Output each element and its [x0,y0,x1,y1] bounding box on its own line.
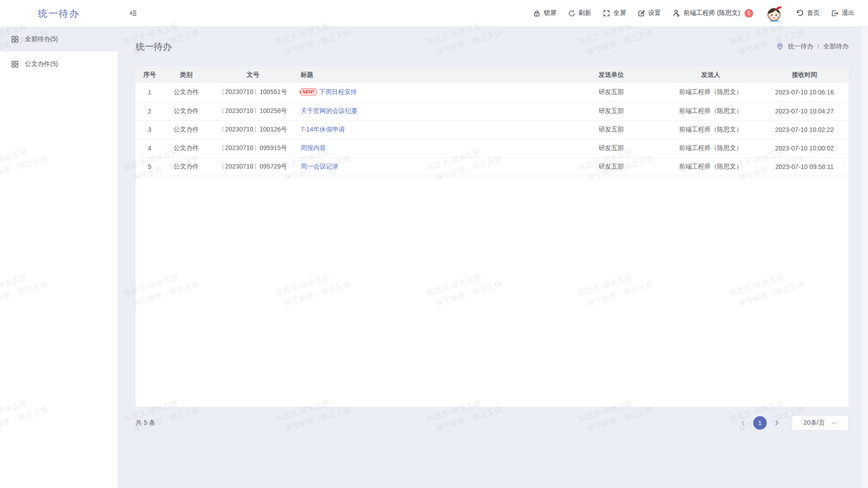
sidebar-item-label: 全部待办(5) [25,35,58,43]
home-label: 首页 [807,9,820,17]
main-content: 统一待办 统一待办 / 全部待办 序号类别文号标题发送单位发送人接收时间 1公文… [118,27,861,488]
location-pin-icon [776,42,784,51]
app-logo-title: 统一待办 [0,0,118,27]
breadcrumb-root[interactable]: 统一待办 [788,42,813,51]
table-row: 5公文办件〔20230710〕095729号周一会议记录研发五部前端工程师（陈思… [136,157,849,176]
settings-button[interactable]: 设置 [637,9,661,17]
prev-page-button[interactable] [738,416,748,430]
column-header: 类别 [164,66,209,83]
topbar-actions: 锁屏 刷新 全屏 [533,3,854,23]
logout-button[interactable]: 退出 [831,9,854,17]
logout-label: 退出 [842,9,854,17]
table-row: 2公文办件〔20230710〕100258号关于官网的会议纪要研发五部前端工程师… [136,102,849,120]
table-cell: 2 [136,102,164,120]
table-cell: 研发五部 [561,120,661,139]
fullscreen-label: 全屏 [613,9,626,17]
column-header: 文号 [209,66,297,83]
table-cell: 〔20230710〕095729号 [209,157,297,176]
table-header-row: 序号类别文号标题发送单位发送人接收时间 [136,66,849,83]
table-cell: 2023-07-10 09:58:11 [760,157,849,176]
scrollbar-track[interactable] [861,27,868,488]
table-cell: 4 [136,139,164,157]
sidebar-item-label: 公文办件(5) [25,60,58,68]
notification-badge: 5 [745,9,753,18]
column-header: 发送单位 [561,66,661,83]
settings-label: 设置 [648,9,661,17]
breadcrumb-current: 全部待办 [823,42,849,51]
fold-icon [129,9,137,17]
fullscreen-icon [603,9,610,17]
column-header: 接收时间 [760,66,849,83]
doc-title-link[interactable]: 7-14年休假申请 [301,126,345,133]
table-cell: 前端工程师（陈思文） [661,102,760,120]
table-cell: 〔20230710〕100258号 [209,102,297,120]
sidebar-item[interactable]: 公文办件(5) [0,52,118,76]
sidebar-menu: 全部待办(5)公文办件(5) [0,27,118,76]
doc-title-link[interactable]: 关于官网的会议纪要 [301,107,358,114]
todo-table-card: 序号类别文号标题发送单位发送人接收时间 1公文办件〔20230710〕10055… [136,66,849,407]
user-avatar[interactable] [764,3,784,23]
settings-icon [637,9,645,17]
page-number-button[interactable]: 1 [753,416,767,430]
table-cell: 〔20230710〕100126号 [209,120,297,139]
table-cell: 研发五部 [561,102,661,120]
table-cell: 5 [136,157,164,176]
doc-title-link[interactable]: 周报内容 [301,144,326,151]
column-header: 标题 [297,66,561,83]
logout-icon [831,9,839,17]
table-cell: 〔20230710〕095915号 [209,139,297,157]
table-cell: 前端工程师（陈思文） [661,157,760,176]
table-cell: 公文办件 [164,83,209,102]
title-cell: 周报内容 [297,139,561,157]
home-button[interactable]: 首页 [796,9,820,17]
table-row: 4公文办件〔20230710〕095915号周报内容研发五部前端工程师（陈思文）… [136,139,849,157]
page-size-value: 20条/页 [803,419,825,427]
user-name-label: 前端工程师 (陈思文) [684,9,740,17]
table-cell: 研发五部 [561,157,661,176]
table-body: 1公文办件〔20230710〕100551号NEW!下周日程安排研发五部前端工程… [136,83,849,176]
table-cell: 公文办件 [164,120,209,139]
table-row: 3公文办件〔20230710〕100126号7-14年休假申请研发五部前端工程师… [136,120,849,139]
table-cell: 前端工程师（陈思文） [661,120,760,139]
column-header: 序号 [136,66,164,83]
table-cell: 公文办件 [164,139,209,157]
doc-title-link[interactable]: 下周日程安排 [319,88,357,95]
table-cell: 2023-07-10 10:02:22 [760,120,849,139]
chevron-down-icon [831,420,837,426]
table-cell: 前端工程师（陈思文） [661,83,760,102]
sidebar: 统一待办 全部待办(5)公文办件(5) [0,0,118,488]
total-count-label: 共 5 条 [136,419,156,427]
lock-icon [533,9,541,17]
table-cell: 公文办件 [164,157,209,176]
pagination: 1 20条/页 [738,415,849,431]
table-cell: 2023-07-10 10:06:16 [760,83,849,102]
table-cell: 〔20230710〕100551号 [209,83,297,102]
table-cell: 前端工程师（陈思文） [661,139,760,157]
table-cell: 2023-07-10 10:04:27 [760,102,849,120]
sidebar-item[interactable]: 全部待办(5) [0,27,118,52]
breadcrumb: 统一待办 / 全部待办 [776,42,849,51]
collapse-sidebar-button[interactable] [129,9,137,17]
grid-icon [11,35,19,43]
page-size-select[interactable]: 20条/页 [792,415,849,431]
topbar: 锁屏 刷新 全屏 [118,0,868,27]
next-page-button[interactable] [772,416,782,430]
table-cell: 研发五部 [561,83,661,102]
lock-screen-button[interactable]: 锁屏 [533,9,557,17]
user-icon [672,9,680,17]
grid-icon [11,60,19,68]
table-cell: 3 [136,120,164,139]
table-cell: 研发五部 [561,139,661,157]
title-cell: 关于官网的会议纪要 [297,102,561,120]
table-row: 1公文办件〔20230710〕100551号NEW!下周日程安排研发五部前端工程… [136,83,849,102]
title-cell: 周一会议记录 [297,157,561,176]
table-footer: 共 5 条 1 20条/页 [136,415,849,431]
user-menu[interactable]: 前端工程师 (陈思文) 5 [672,9,753,18]
refresh-icon [568,9,576,17]
back-home-icon [796,9,804,17]
doc-title-link[interactable]: 周一会议记录 [301,163,339,170]
refresh-label: 刷新 [579,9,591,17]
refresh-button[interactable]: 刷新 [568,9,591,17]
fullscreen-button[interactable]: 全屏 [603,9,626,17]
lock-screen-label: 锁屏 [544,9,557,17]
